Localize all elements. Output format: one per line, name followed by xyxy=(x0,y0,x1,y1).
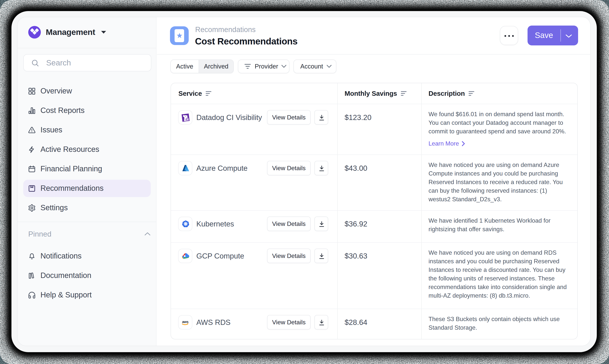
svg-text:aws: aws xyxy=(182,320,188,324)
